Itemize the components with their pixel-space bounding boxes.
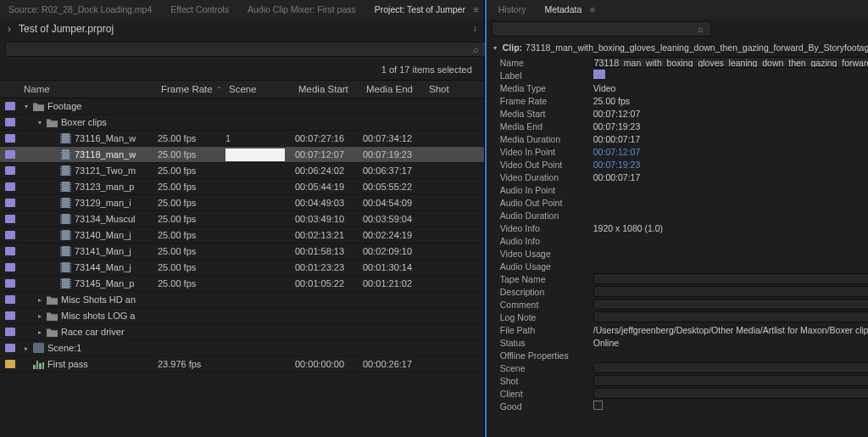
cell-media-start: 00:01:05:22 — [295, 278, 363, 289]
meta-row: Audio Out Point — [487, 196, 868, 209]
panel-menu-icon[interactable]: ≡ — [474, 5, 479, 14]
meta-value: 00:00:07:17 — [593, 134, 868, 144]
clip-row[interactable]: 73121_Two_m25.00 fps00:06:24:0200:06:37:… — [0, 163, 484, 179]
label-chip[interactable] — [5, 182, 15, 191]
tab-effect-controls[interactable]: Effect Controls — [167, 2, 232, 17]
project-rows[interactable]: ▾Footage▾Boxer clips73116_Man_w25.00 fps… — [0, 98, 484, 437]
cell-media-end: 00:04:54:09 — [363, 198, 426, 208]
panel-menu-icon[interactable]: ≡ — [590, 5, 595, 14]
meta-row: Frame Rate25.00 fps — [487, 94, 868, 107]
cell-media-start: 00:03:49:10 — [295, 214, 363, 224]
label-chip[interactable] — [5, 231, 15, 239]
panel-resize-icon[interactable]: ↘ — [470, 24, 481, 35]
clip-row[interactable]: 73116_Man_w25.00 fps100:07:27:1600:07:34… — [0, 131, 484, 147]
meta-value: 00:00:07:17 — [593, 172, 868, 182]
bin-row[interactable]: ▾Footage — [0, 98, 484, 115]
chevron-right-icon[interactable]: ▸ — [36, 328, 43, 336]
chevron-right-icon[interactable]: ▸ — [22, 345, 30, 352]
clip-row[interactable]: 73141_Man_j25.00 fps00:01:58:1300:02:09:… — [0, 244, 484, 260]
label-chip[interactable] — [5, 118, 15, 126]
right-top-tabs: History Metadata ≡ — [487, 0, 868, 19]
col-media-start[interactable]: Media Start — [295, 84, 363, 94]
bin-row[interactable]: ▸Misc shots LOG a — [0, 308, 484, 324]
tab-audio-mixer[interactable]: Audio Clip Mixer: First pass — [244, 2, 359, 17]
cell-frame-rate: 25.00 fps — [158, 133, 225, 143]
col-shot[interactable]: Shot — [426, 84, 465, 94]
label-chip[interactable] — [5, 247, 15, 255]
meta-value[interactable]: 73118_man_with_boxing_gloves_leaning_dow… — [593, 57, 868, 68]
meta-value[interactable] — [593, 401, 868, 412]
clip-row[interactable]: 73140_Man_j25.00 fps00:02:13:2100:02:24:… — [0, 227, 484, 244]
meta-label: Status — [492, 338, 593, 348]
meta-value[interactable] — [593, 273, 868, 284]
label-chip[interactable] — [5, 344, 15, 352]
meta-label: Audio Out Point — [492, 198, 593, 208]
cell-scene[interactable] — [225, 148, 295, 161]
label-chip[interactable] — [5, 263, 15, 272]
tab-history[interactable]: History — [495, 2, 530, 17]
meta-label: Label — [492, 70, 593, 81]
meta-label: Media Duration — [492, 134, 593, 144]
item-name: Footage — [47, 101, 81, 111]
metadata-search-input[interactable] — [492, 21, 711, 36]
bin-row[interactable]: ▸Misc Shots HD an — [0, 292, 484, 308]
col-scene[interactable]: Scene — [225, 84, 295, 94]
meta-value: 1920 x 1080 (1.0) — [593, 223, 868, 233]
collapse-preview-icon[interactable]: › — [5, 23, 14, 35]
label-chip[interactable] — [5, 134, 15, 143]
meta-value[interactable] — [593, 388, 868, 399]
metadata-search-row: ⌕ ◀ ▶ — [487, 19, 868, 39]
meta-label: Audio In Point — [492, 185, 593, 195]
tab-metadata[interactable]: Metadata — [541, 2, 585, 17]
chevron-down-icon[interactable]: ▾ — [22, 103, 30, 110]
meta-value[interactable] — [593, 362, 868, 373]
metadata-panel: History Metadata ≡ ⌕ ◀ ▶ ▾ Clip: 73118_m… — [485, 0, 868, 437]
bin-row[interactable]: ▸Race car driver — [0, 324, 484, 340]
sequence-row[interactable]: First pass23.976 fps00:00:00:0000:00:26:… — [0, 356, 484, 373]
label-chip[interactable] — [5, 102, 15, 110]
cell-frame-rate: 25.00 fps — [158, 278, 225, 289]
meta-value[interactable] — [593, 299, 868, 310]
clip-row[interactable]: 73129_man_i25.00 fps00:04:49:0300:04:54:… — [0, 195, 484, 211]
chevron-right-icon[interactable]: ▸ — [36, 312, 43, 320]
cell-media-end: 00:06:37:17 — [363, 165, 426, 176]
bin-row[interactable]: ▾Boxer clips — [0, 115, 484, 131]
col-media-end[interactable]: Media End — [363, 84, 426, 94]
meta-row: Offline Properties — [487, 349, 868, 361]
sequence-row[interactable]: ▸Scene:1 — [0, 340, 484, 356]
label-chip[interactable] — [5, 279, 15, 288]
label-chip[interactable] — [5, 199, 15, 207]
label-chip[interactable] — [5, 295, 15, 304]
label-chip[interactable] — [5, 215, 15, 223]
checkbox[interactable] — [593, 401, 603, 410]
meta-row: Tape Name⚐ — [487, 272, 868, 285]
scene-edit-input[interactable] — [225, 148, 285, 161]
label-chip[interactable] — [5, 166, 15, 175]
clip-row[interactable]: 73145_Man_p25.00 fps00:01:05:2200:01:21:… — [0, 276, 484, 292]
clip-row[interactable]: 73118_man_w25.00 fps00:07:12:0700:07:19:… — [0, 147, 484, 163]
tab-source[interactable]: Source: R02_28_Dock Loading.mp4 — [5, 2, 155, 17]
label-chip[interactable] — [5, 150, 15, 159]
clip-row[interactable]: 73134_Muscul25.00 fps00:03:49:1000:03:59… — [0, 211, 484, 227]
label-chip[interactable] — [5, 360, 15, 368]
project-search-input[interactable] — [5, 42, 487, 57]
col-name[interactable]: Name — [22, 84, 158, 94]
clip-name: 73118_man_with_boxing_gloves_leaning_dow… — [526, 42, 868, 53]
label-chip[interactable] — [5, 311, 15, 320]
clip-icon — [60, 262, 71, 272]
chevron-right-icon[interactable]: ▸ — [36, 296, 43, 304]
cell-scene[interactable]: 1 — [225, 133, 295, 143]
meta-label: Video Info — [492, 223, 593, 233]
clip-row[interactable]: 73144_Man_j25.00 fps00:01:23:2300:01:30:… — [0, 260, 484, 276]
label-swatch[interactable] — [593, 70, 605, 79]
tab-project[interactable]: Project: Test of Jumper — [371, 2, 469, 17]
clip-title-row[interactable]: ▾ Clip: 73118_man_with_boxing_gloves_lea… — [487, 39, 868, 56]
meta-value[interactable] — [593, 375, 868, 386]
label-chip[interactable] — [5, 328, 15, 336]
meta-value[interactable] — [593, 286, 868, 297]
col-frame-rate[interactable]: Frame Rate⌃ — [158, 84, 225, 94]
meta-row: Label — [487, 69, 868, 81]
chevron-down-icon[interactable]: ▾ — [36, 119, 43, 126]
clip-row[interactable]: 73123_man_p25.00 fps00:05:44:1900:05:55:… — [0, 179, 484, 195]
meta-value[interactable] — [593, 311, 868, 322]
